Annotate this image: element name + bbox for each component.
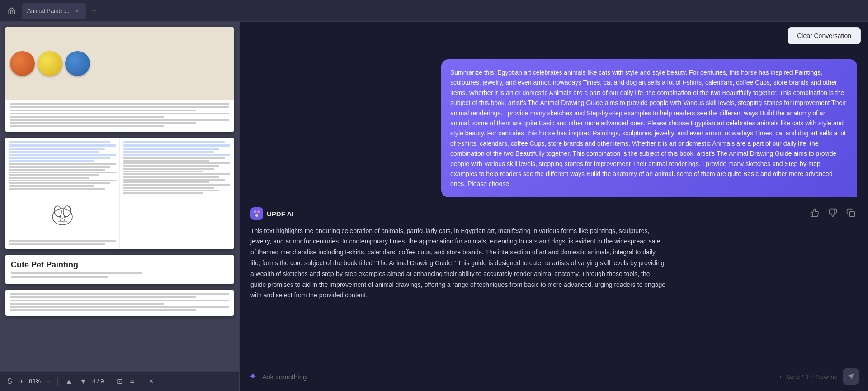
- chat-input-area: ✦ ↵ Send / ⇧↵ Newline: [240, 362, 868, 391]
- toolbar-separator-3: [142, 377, 142, 386]
- svg-point-8: [254, 210, 256, 213]
- close-toolbar-button[interactable]: ×: [147, 376, 155, 387]
- ai-header: Clear Conversation: [240, 22, 868, 50]
- toolbar-separator-1: [57, 377, 58, 386]
- copy-button[interactable]: [844, 206, 857, 221]
- ai-action-buttons: [808, 206, 857, 221]
- toolbar-add-button[interactable]: +: [18, 376, 25, 387]
- pdf-page-1: [5, 27, 234, 132]
- more-options-button[interactable]: ≡: [128, 376, 136, 387]
- pdf-page-2-content: [5, 138, 234, 249]
- tab-bar: Animal Paintin... × +: [0, 0, 868, 22]
- fit-page-button[interactable]: ⊡: [115, 375, 124, 387]
- pdf-title: Cute Pet Painting: [11, 260, 228, 270]
- ai-response-text: This text highlights the enduring celebr…: [250, 226, 666, 301]
- ai-response-header: UPDF AI: [250, 206, 857, 221]
- pdf-col-right: [120, 138, 234, 249]
- ai-logo: UPDF AI: [250, 207, 293, 220]
- svg-point-3: [59, 216, 61, 218]
- tab-label: Animal Paintin...: [27, 7, 70, 14]
- pdf-col-left: [5, 138, 120, 249]
- add-tab-button[interactable]: +: [88, 5, 100, 17]
- main-content: Cute Pet Painting S: [0, 22, 868, 391]
- spark-icon: ✦: [249, 371, 257, 382]
- zoom-out-button[interactable]: −: [44, 376, 52, 387]
- svg-rect-11: [850, 211, 855, 216]
- home-button[interactable]: [4, 3, 20, 19]
- svg-point-9: [257, 210, 260, 213]
- svg-point-4: [64, 216, 66, 218]
- pdf-pages-container[interactable]: Cute Pet Painting: [0, 22, 239, 371]
- pdf-page-3-text: [5, 290, 234, 316]
- zoom-level: 88%: [29, 378, 41, 385]
- toolbar-s-button[interactable]: S: [5, 376, 14, 387]
- page-indicator: 4 / 9: [92, 378, 104, 385]
- pdf-page-2: [5, 138, 234, 249]
- pdf-page-3: [5, 290, 234, 316]
- input-hints: ↵ Send / ⇧↵ Newline: [779, 373, 837, 380]
- clear-conversation-button[interactable]: Clear Conversation: [788, 27, 861, 44]
- send-button[interactable]: [843, 368, 859, 385]
- pdf-page-image: [5, 27, 234, 100]
- tab-close-button[interactable]: ×: [73, 7, 80, 14]
- svg-rect-7: [250, 207, 263, 220]
- toolbar-separator-2: [109, 377, 109, 386]
- active-tab[interactable]: Animal Paintin... ×: [22, 3, 86, 19]
- thumbs-down-button[interactable]: [826, 206, 839, 221]
- thumbs-up-button[interactable]: [808, 206, 821, 221]
- ai-panel: Clear Conversation Summarize this: Egypt…: [240, 22, 868, 391]
- ai-name-label: UPDF AI: [267, 210, 293, 218]
- chat-messages[interactable]: Summarize this: Egyptian art celebrates …: [240, 50, 868, 362]
- svg-point-5: [60, 219, 65, 221]
- ai-response-container: UPDF AI: [250, 206, 857, 301]
- svg-point-0: [52, 209, 72, 225]
- ai-logo-icon: [250, 207, 263, 220]
- pdf-page-1-text: [5, 100, 234, 132]
- pdf-title-page: Cute Pet Painting: [5, 255, 234, 284]
- svg-point-10: [255, 214, 258, 217]
- chat-input[interactable]: [262, 373, 774, 381]
- nav-up-button[interactable]: ▲: [63, 376, 74, 387]
- user-message-bubble: Summarize this: Egyptian art celebrates …: [441, 59, 857, 197]
- pdf-viewer: Cute Pet Painting S: [0, 22, 240, 391]
- nav-down-button[interactable]: ▼: [78, 376, 89, 387]
- pdf-toolbar: S + 88% − ▲ ▼ 4 / 9 ⊡ ≡ ×: [0, 371, 239, 391]
